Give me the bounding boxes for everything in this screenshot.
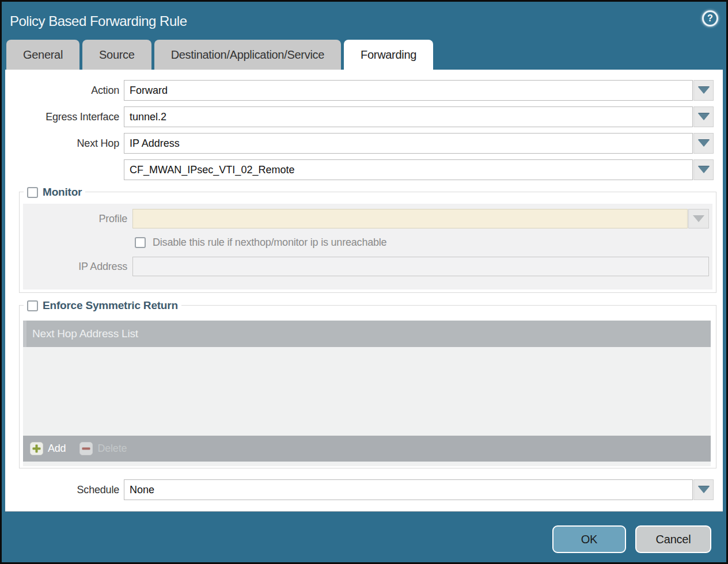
tab-forwarding[interactable]: Forwarding	[344, 40, 433, 70]
dialog-title: Policy Based Forwarding Rule	[10, 13, 187, 29]
profile-dropdown-button	[688, 209, 709, 228]
monitor-ip-address-input	[132, 257, 709, 276]
disable-rule-label: Disable this rule if nexthop/monitor ip …	[153, 237, 386, 249]
monitor-legend-label: Monitor	[43, 186, 82, 199]
tab-destination-application-service[interactable]: Destination/Application/Service	[154, 40, 341, 70]
disable-rule-row: Disable this rule if nexthop/monitor ip …	[135, 236, 712, 249]
enforce-symmetric-return-checkbox[interactable]	[27, 300, 38, 311]
next-hop-address-dropdown-button[interactable]	[693, 159, 714, 180]
minus-icon	[79, 442, 93, 455]
next-hop-address-select[interactable]: CF_MWAN_IPsec_VTI_02_Remote	[124, 159, 693, 180]
monitor-group: Monitor Profile Disable this rule if nex…	[19, 192, 716, 293]
enforce-symmetric-return-legend: Enforce Symmetric Return	[24, 299, 181, 312]
egress-interface-dropdown-button[interactable]	[693, 106, 714, 127]
next-hop-row: Next Hop IP Address	[5, 133, 723, 154]
chevron-down-icon	[698, 113, 710, 120]
dialog-titlebar: Policy Based Forwarding Rule ?	[2, 2, 726, 40]
profile-select	[132, 209, 688, 228]
next-hop-address-list-table: Next Hop Address List Add	[23, 321, 711, 466]
monitor-checkbox[interactable]	[27, 187, 38, 198]
plus-icon	[30, 442, 43, 455]
tab-source[interactable]: Source	[82, 40, 151, 70]
chevron-down-icon	[698, 140, 710, 147]
action-select[interactable]: Forward	[124, 80, 693, 101]
forwarding-tab-panel: Action Forward Egress Interface tunnel.2…	[5, 70, 723, 512]
schedule-dropdown-button[interactable]	[693, 479, 714, 500]
tab-bar: General Source Destination/Application/S…	[2, 40, 726, 70]
tab-general[interactable]: General	[6, 40, 79, 70]
next-hop-address-row: CF_MWAN_IPsec_VTI_02_Remote	[5, 159, 723, 180]
table-bottom-strip	[23, 462, 711, 466]
monitor-ip-address-row: IP Address	[23, 257, 712, 276]
chevron-down-icon	[698, 87, 710, 94]
profile-label: Profile	[23, 213, 132, 225]
chevron-down-icon	[693, 215, 704, 222]
egress-interface-label: Egress Interface	[5, 111, 124, 123]
action-row: Action Forward	[5, 80, 723, 101]
profile-row: Profile	[23, 209, 712, 228]
cancel-button[interactable]: Cancel	[635, 525, 711, 553]
next-hop-label: Next Hop	[5, 138, 124, 150]
delete-button: Delete	[79, 442, 127, 455]
chevron-down-icon	[698, 166, 710, 173]
egress-interface-select[interactable]: tunnel.2	[124, 106, 693, 127]
add-button[interactable]: Add	[30, 442, 66, 455]
next-hop-address-list-body[interactable]	[23, 347, 711, 436]
add-button-label: Add	[48, 443, 66, 455]
ok-button[interactable]: OK	[552, 525, 626, 553]
schedule-select[interactable]: None	[124, 479, 693, 500]
disable-rule-checkbox	[135, 237, 146, 248]
monitor-ip-address-label: IP Address	[23, 261, 132, 273]
egress-interface-row: Egress Interface tunnel.2	[5, 106, 723, 127]
chevron-down-icon	[698, 486, 710, 493]
action-dropdown-button[interactable]	[693, 80, 714, 101]
monitor-legend: Monitor	[24, 186, 85, 199]
enforce-symmetric-return-group: Enforce Symmetric Return Next Hop Addres…	[19, 305, 716, 468]
policy-based-forwarding-rule-dialog: Policy Based Forwarding Rule ? General S…	[0, 0, 728, 564]
next-hop-dropdown-button[interactable]	[693, 133, 714, 154]
dialog-footer: OK Cancel	[2, 512, 726, 561]
next-hop-type-select[interactable]: IP Address	[124, 133, 693, 154]
schedule-label: Schedule	[5, 484, 124, 496]
delete-button-label: Delete	[97, 443, 127, 455]
schedule-row: Schedule None	[5, 479, 723, 500]
enforce-symmetric-return-label: Enforce Symmetric Return	[43, 299, 178, 312]
help-icon[interactable]: ?	[702, 10, 718, 26]
next-hop-address-list-toolbar: Add Delete	[23, 436, 711, 462]
monitor-panel: Profile Disable this rule if nexthop/mon…	[23, 204, 712, 289]
action-label: Action	[5, 85, 124, 97]
next-hop-address-list-header[interactable]: Next Hop Address List	[23, 321, 711, 347]
